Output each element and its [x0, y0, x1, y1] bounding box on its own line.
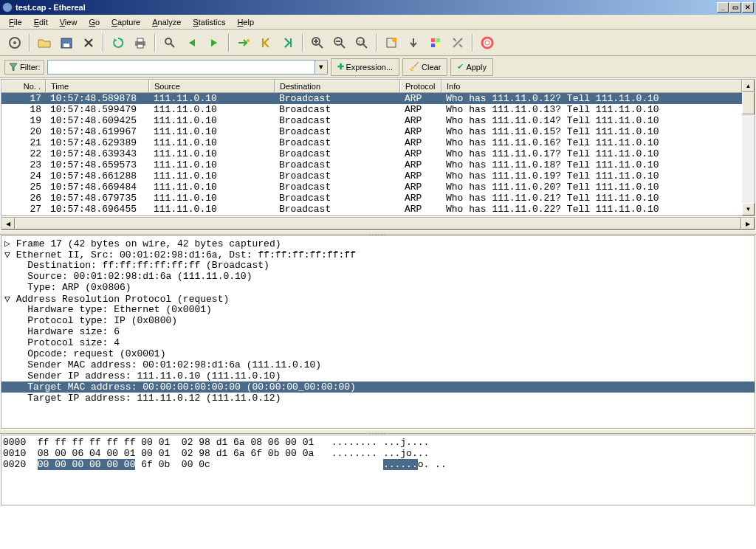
col-source[interactable]: Source	[149, 80, 275, 92]
menu-capture[interactable]: Capture	[106, 16, 146, 28]
goto-last-icon[interactable]	[278, 32, 298, 53]
svg-rect-6	[137, 44, 143, 48]
detail-line[interactable]: ▷ Frame 17 (42 bytes on wire, 42 bytes c…	[1, 238, 755, 249]
close-file-icon[interactable]	[78, 32, 99, 53]
find-icon[interactable]	[159, 32, 180, 53]
svg-rect-3	[63, 44, 69, 47]
detail-line[interactable]: ▽ Address Resolution Protocol (request)	[1, 293, 755, 304]
splitter-2[interactable]: ......	[0, 429, 756, 434]
col-destination[interactable]: Destination	[275, 80, 400, 92]
packet-list-pane: No. . Time Source Destination Protocol I…	[1, 79, 755, 216]
detail-line[interactable]: Target IP address: 111.11.0.12 (111.11.0…	[1, 393, 755, 404]
filter-label-text: Filter:	[20, 63, 41, 72]
table-row[interactable]: 2010:57:48.619967111.11.0.10BroadcastARP…	[1, 126, 742, 137]
help-icon[interactable]	[477, 32, 498, 53]
minimize-button[interactable]: _	[717, 2, 729, 13]
packet-vscroll[interactable]: ▲▼	[742, 80, 755, 215]
titlebar: test.cap - Ethereal _ ▭ ✕	[0, 0, 756, 15]
open-icon[interactable]	[34, 32, 55, 53]
apply-button[interactable]: ✔Apply	[450, 58, 493, 76]
clear-button[interactable]: 🧹Clear	[402, 58, 447, 76]
goto-icon[interactable]	[233, 32, 254, 53]
svg-rect-17	[431, 44, 435, 47]
svg-rect-15	[431, 38, 435, 42]
table-row[interactable]: 1710:57:48.589878111.11.0.10BroadcastARP…	[1, 93, 742, 104]
svg-rect-16	[436, 38, 440, 42]
zoom-11-icon[interactable]: 1:1	[351, 32, 372, 53]
detail-pane: ▷ Frame 17 (42 bytes on wire, 42 bytes c…	[1, 235, 755, 429]
table-row[interactable]: 1910:57:48.609425111.11.0.10BroadcastARP…	[1, 115, 742, 126]
splitter-1[interactable]: ......	[0, 230, 756, 235]
zoom-out-icon[interactable]	[329, 32, 350, 53]
hex-line[interactable]: 0010 08 00 06 04 00 01 00 01 02 98 d1 6a…	[3, 448, 753, 459]
detail-line[interactable]: Opcode: request (0x0001)	[1, 348, 755, 359]
detail-line[interactable]: Sender MAC address: 00:01:02:98:d1:6a (1…	[1, 359, 755, 370]
table-row[interactable]: 2110:57:48.629389111.11.0.10BroadcastARP…	[1, 137, 742, 148]
menu-view[interactable]: View	[54, 16, 83, 28]
filter-input[interactable]	[47, 60, 315, 75]
menu-help[interactable]: Help	[231, 16, 260, 28]
back-icon[interactable]	[182, 32, 202, 53]
svg-rect-5	[137, 38, 143, 42]
detail-line[interactable]: Protocol size: 4	[1, 337, 755, 348]
forward-icon[interactable]	[204, 32, 224, 53]
menu-edit[interactable]: Edit	[28, 16, 54, 28]
window-title: test.cap - Ethereal	[16, 3, 717, 12]
goto-first-icon[interactable]	[255, 32, 276, 53]
table-row[interactable]: 2410:57:48.661288111.11.0.10BroadcastARP…	[1, 170, 742, 182]
menu-statistics[interactable]: Statistics	[187, 16, 231, 28]
packet-hscroll[interactable]: ◀▶	[1, 217, 755, 230]
detail-line[interactable]: Hardware size: 6	[1, 326, 755, 337]
prefs-icon[interactable]	[447, 32, 468, 53]
close-button[interactable]: ✕	[742, 2, 754, 13]
detail-line[interactable]: Hardware type: Ethernet (0x0001)	[1, 304, 755, 315]
table-row[interactable]: 2210:57:48.639343111.11.0.10BroadcastARP…	[1, 148, 742, 159]
detail-line[interactable]: Protocol type: IP (0x0800)	[1, 315, 755, 326]
reload-icon[interactable]	[108, 32, 128, 53]
table-row[interactable]: 2310:57:48.659573111.11.0.10BroadcastARP…	[1, 159, 742, 170]
column-headers: No. . Time Source Destination Protocol I…	[1, 80, 742, 93]
col-no[interactable]: No. .	[1, 80, 46, 92]
expression-button[interactable]: ✚Expression...	[331, 58, 400, 76]
detail-line[interactable]: Sender IP address: 111.11.0.10 (111.11.0…	[1, 370, 755, 381]
table-row[interactable]: 2610:57:48.679735111.11.0.10BroadcastARP…	[1, 193, 742, 204]
print-icon[interactable]	[130, 32, 151, 53]
detail-line[interactable]: Type: ARP (0x0806)	[1, 282, 755, 293]
menu-go[interactable]: Go	[83, 16, 106, 28]
menu-file[interactable]: File	[3, 16, 28, 28]
detail-line[interactable]: Destination: ff:ff:ff:ff:ff:ff (Broadcas…	[1, 260, 755, 271]
filter-button[interactable]: Filter:	[4, 60, 44, 75]
table-row[interactable]: 1810:57:48.599479111.11.0.10BroadcastARP…	[1, 104, 742, 115]
hex-line[interactable]: 0020 00 00 00 00 00 00 6f 0b 00 0c .....…	[3, 459, 753, 470]
col-time[interactable]: Time	[46, 80, 149, 92]
svg-point-8	[247, 39, 250, 42]
toolbar: 1:1	[0, 30, 756, 56]
capture-options-icon[interactable]	[381, 32, 402, 53]
filter-dropdown-icon[interactable]: ▾	[315, 60, 328, 75]
table-row[interactable]: 2510:57:48.669484111.11.0.10BroadcastARP…	[1, 182, 742, 193]
maximize-button[interactable]: ▭	[729, 2, 741, 13]
col-protocol[interactable]: Protocol	[400, 80, 441, 92]
svg-point-1	[13, 41, 16, 44]
menubar: File Edit View Go Capture Analyze Statis…	[0, 15, 756, 30]
table-row[interactable]: 2710:57:48.696455111.11.0.10BroadcastARP…	[1, 204, 742, 215]
detail-line[interactable]: Target MAC address: 00:00:00:00:00:00 (0…	[1, 381, 755, 393]
detail-line[interactable]: Source: 00:01:02:98:d1:6a (111.11.0.10)	[1, 271, 755, 282]
coloring-icon[interactable]	[425, 32, 446, 53]
svg-point-14	[392, 38, 396, 42]
detail-line[interactable]: ▽ Ethernet II, Src: 00:01:02:98:d1:6a, D…	[1, 249, 755, 260]
svg-text:1:1: 1:1	[358, 40, 365, 44]
svg-point-7	[165, 38, 171, 44]
save-icon[interactable]	[56, 32, 77, 53]
hex-pane: 0000 ff ff ff ff ff ff 00 01 02 98 d1 6a…	[1, 435, 755, 505]
capture-filters-icon[interactable]	[403, 32, 424, 53]
svg-rect-18	[436, 44, 440, 47]
filter-bar: Filter: ▾ ✚Expression... 🧹Clear ✔Apply	[0, 56, 756, 78]
col-info[interactable]: Info	[441, 80, 742, 92]
zoom-in-icon[interactable]	[307, 32, 328, 53]
hex-line[interactable]: 0000 ff ff ff ff ff ff 00 01 02 98 d1 6a…	[3, 437, 753, 448]
svg-point-20	[485, 41, 489, 45]
app-icon	[2, 2, 13, 13]
menu-analyze[interactable]: Analyze	[146, 16, 187, 28]
settings-icon[interactable]	[4, 32, 25, 53]
